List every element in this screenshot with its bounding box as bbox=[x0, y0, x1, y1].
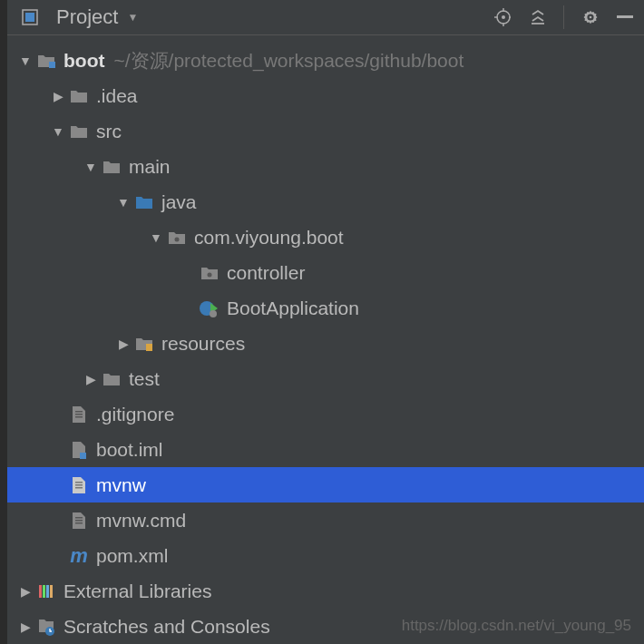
svg-rect-19 bbox=[80, 453, 86, 459]
tree-node-root[interactable]: ▼ boot ~/资源/protected_workspaces/github/… bbox=[7, 43, 644, 78]
file-icon bbox=[67, 512, 91, 530]
spring-run-icon bbox=[198, 298, 221, 318]
node-label: com.viyoung.boot bbox=[194, 227, 344, 249]
svg-point-11 bbox=[175, 237, 180, 241]
tree-node-external-libraries[interactable]: ▶ External Libraries bbox=[7, 573, 644, 609]
iml-file-icon bbox=[67, 441, 91, 459]
file-icon bbox=[67, 476, 91, 494]
tree-node-main[interactable]: ▼ main bbox=[7, 149, 644, 184]
source-folder-icon bbox=[132, 195, 156, 210]
project-toolbar: Project ▼ bbox=[7, 0, 644, 35]
svg-rect-28 bbox=[46, 585, 49, 598]
node-label: test bbox=[129, 368, 160, 390]
svg-rect-22 bbox=[75, 487, 83, 489]
expand-toggle-icon[interactable]: ▼ bbox=[147, 230, 165, 245]
tree-node-java[interactable]: ▼ java bbox=[7, 184, 644, 220]
svg-rect-23 bbox=[75, 517, 83, 519]
watermark: https://blog.csdn.net/vi_young_95 bbox=[402, 617, 631, 635]
node-label: src bbox=[96, 121, 122, 142]
collapse-all-icon[interactable] bbox=[529, 9, 545, 25]
svg-rect-17 bbox=[75, 414, 83, 415]
toolbar-divider bbox=[563, 5, 564, 29]
svg-rect-24 bbox=[75, 520, 83, 522]
resources-folder-icon bbox=[132, 337, 156, 351]
expand-toggle-icon[interactable]: ▶ bbox=[49, 89, 67, 103]
node-label: mvnw bbox=[96, 474, 146, 496]
node-label: .idea bbox=[96, 85, 138, 107]
locate-icon[interactable] bbox=[494, 9, 511, 25]
tree-node-package[interactable]: ▼ com.viyoung.boot bbox=[7, 220, 644, 255]
root-path: ~/资源/protected_workspaces/github/boot bbox=[113, 48, 463, 73]
expand-toggle-icon[interactable]: ▶ bbox=[114, 337, 132, 351]
tree-node-resources[interactable]: ▶ resources bbox=[7, 326, 644, 361]
expand-toggle-icon[interactable]: ▼ bbox=[16, 54, 34, 68]
svg-rect-21 bbox=[75, 484, 83, 486]
node-label: .gitignore bbox=[96, 404, 174, 425]
folder-icon bbox=[67, 124, 91, 139]
node-label: mvnw.cmd bbox=[96, 510, 186, 532]
expand-toggle-icon[interactable]: ▼ bbox=[49, 124, 67, 139]
svg-rect-10 bbox=[49, 62, 55, 68]
svg-rect-16 bbox=[75, 411, 83, 413]
node-label: boot.iml bbox=[96, 439, 163, 461]
node-label: java bbox=[161, 191, 197, 213]
svg-rect-27 bbox=[43, 585, 45, 598]
scratches-icon bbox=[34, 618, 58, 636]
svg-rect-15 bbox=[146, 344, 152, 351]
tree-node-test[interactable]: ▶ test bbox=[7, 361, 644, 396]
folder-icon bbox=[67, 89, 91, 103]
minimize-icon[interactable] bbox=[617, 9, 633, 25]
tree-node-pom[interactable]: m pom.xml bbox=[7, 538, 644, 573]
tree-node-mvnwcmd[interactable]: mvnw.cmd bbox=[7, 503, 644, 538]
maven-icon: m bbox=[67, 544, 91, 568]
node-label: main bbox=[129, 156, 171, 178]
node-label: External Libraries bbox=[63, 581, 211, 602]
svg-rect-18 bbox=[75, 416, 83, 418]
module-folder-icon bbox=[34, 54, 58, 68]
package-icon bbox=[165, 230, 189, 245]
panel-title[interactable]: Project bbox=[56, 5, 118, 29]
project-tree: ▼ boot ~/资源/protected_workspaces/github/… bbox=[7, 35, 644, 644]
svg-rect-9 bbox=[617, 15, 633, 18]
svg-rect-29 bbox=[50, 585, 53, 598]
tree-node-mvnw[interactable]: mvnw bbox=[7, 467, 644, 503]
node-label: Scratches and Consoles bbox=[63, 616, 270, 638]
svg-point-14 bbox=[210, 310, 217, 317]
project-view-icon bbox=[18, 9, 42, 25]
expand-toggle-icon[interactable]: ▼ bbox=[114, 195, 132, 210]
tree-node-src[interactable]: ▼ src bbox=[7, 113, 644, 149]
tree-node-controller[interactable]: controller bbox=[7, 255, 644, 290]
node-label: BootApplication bbox=[227, 298, 359, 319]
folder-icon bbox=[100, 160, 123, 174]
svg-rect-1 bbox=[25, 13, 34, 22]
svg-point-12 bbox=[208, 272, 212, 277]
library-icon bbox=[34, 583, 58, 600]
tree-node-bootapplication[interactable]: BootApplication bbox=[7, 290, 644, 326]
node-label: pom.xml bbox=[96, 545, 168, 567]
svg-rect-26 bbox=[39, 585, 42, 598]
package-icon bbox=[198, 266, 221, 280]
file-icon bbox=[67, 405, 91, 424]
svg-point-3 bbox=[502, 15, 505, 19]
svg-rect-25 bbox=[75, 522, 83, 524]
folder-icon bbox=[100, 372, 123, 386]
expand-toggle-icon[interactable]: ▶ bbox=[16, 620, 34, 634]
node-label: resources bbox=[161, 333, 245, 355]
root-name: boot bbox=[63, 50, 104, 72]
expand-toggle-icon[interactable]: ▼ bbox=[82, 160, 100, 174]
expand-toggle-icon[interactable]: ▶ bbox=[16, 584, 34, 599]
dropdown-arrow-icon[interactable]: ▼ bbox=[127, 11, 138, 24]
tree-node-gitignore[interactable]: .gitignore bbox=[7, 396, 644, 432]
svg-rect-20 bbox=[75, 482, 83, 483]
gear-icon[interactable] bbox=[582, 9, 599, 25]
tree-node-idea[interactable]: ▶ .idea bbox=[7, 78, 644, 113]
node-label: controller bbox=[227, 262, 305, 284]
tree-node-bootiml[interactable]: boot.iml bbox=[7, 432, 644, 467]
expand-toggle-icon[interactable]: ▶ bbox=[82, 372, 100, 386]
